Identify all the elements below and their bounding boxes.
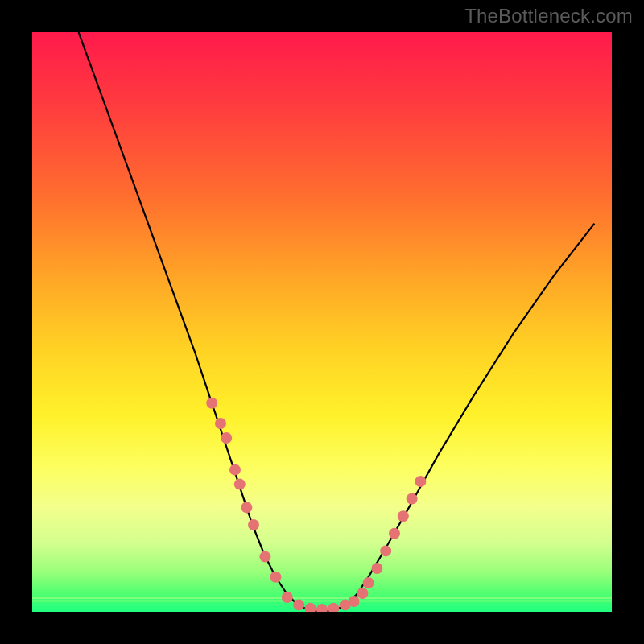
dot <box>349 596 360 607</box>
chart-frame: TheBottleneck.com <box>0 0 644 644</box>
dot <box>305 603 316 612</box>
dot <box>248 519 259 530</box>
dot <box>371 563 382 574</box>
highlight-dots <box>206 398 426 612</box>
dot <box>270 572 281 583</box>
dot <box>206 398 217 409</box>
dot <box>316 604 328 612</box>
plot-area <box>32 32 612 612</box>
dot <box>389 528 400 539</box>
dot <box>241 502 252 513</box>
dot <box>398 510 409 522</box>
dot <box>328 603 339 612</box>
dot <box>221 432 232 444</box>
dot <box>259 551 270 563</box>
dot <box>293 599 304 610</box>
dot <box>234 479 246 490</box>
watermark-label: TheBottleneck.com <box>464 5 633 27</box>
dot <box>415 476 426 487</box>
curve-svg <box>32 32 612 612</box>
dot <box>215 418 226 429</box>
bottleneck-curve <box>79 32 595 612</box>
dot <box>380 545 391 556</box>
dot <box>282 592 293 603</box>
dot <box>357 588 368 599</box>
dot <box>229 464 241 476</box>
dot <box>363 577 374 588</box>
dot <box>407 493 418 505</box>
